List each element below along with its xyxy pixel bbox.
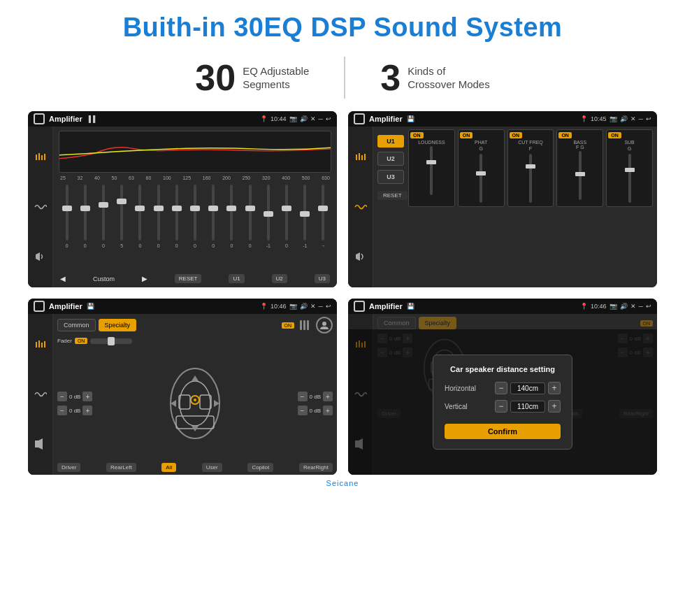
freq-320: 320 bbox=[262, 176, 271, 180]
eq-slider-4[interactable]: 5 bbox=[114, 183, 130, 248]
wave-icon-2[interactable] bbox=[352, 200, 369, 214]
dialog-title: Car speaker distance setting bbox=[445, 365, 561, 373]
fader-track[interactable] bbox=[90, 338, 132, 344]
horizontal-control: − 140cm + bbox=[495, 382, 561, 394]
eq-slider-12[interactable]: -1 bbox=[260, 183, 276, 248]
rearleft-btn[interactable]: RearLeft bbox=[106, 463, 136, 472]
tab-specialty-3[interactable]: Specialty bbox=[99, 319, 137, 331]
amp-main-2: U1 U2 U3 RESET ON LOUDNESS ON P bbox=[373, 127, 657, 287]
freq-250: 250 bbox=[243, 176, 251, 180]
freq-100: 100 bbox=[163, 176, 171, 180]
u3-btn-1[interactable]: U3 bbox=[315, 274, 330, 283]
fader-row: Fader ON bbox=[57, 338, 333, 344]
eq-slider-8[interactable]: 0 bbox=[187, 183, 203, 248]
status-bar-right-3: 📍 10:46 📷 🔊 ✕ ─ ↩ bbox=[260, 303, 331, 310]
next-icon[interactable]: ▶ bbox=[142, 275, 147, 282]
svg-marker-15 bbox=[38, 438, 43, 450]
eq-slider-9[interactable]: 0 bbox=[206, 183, 222, 248]
vertical-plus-btn[interactable]: + bbox=[548, 400, 561, 413]
eq-slider-10[interactable]: 0 bbox=[224, 183, 240, 248]
eq-slider-6[interactable]: 0 bbox=[150, 183, 166, 248]
fader-label: Fader bbox=[57, 338, 72, 344]
status-bar-left-1: Amplifier ▐▐ bbox=[34, 113, 95, 124]
all-btn[interactable]: All bbox=[161, 463, 176, 472]
eq-slider-2[interactable]: 0 bbox=[77, 183, 93, 248]
user-icon-3[interactable] bbox=[316, 317, 333, 334]
wave-icon-1[interactable] bbox=[32, 200, 49, 214]
home-icon-4[interactable] bbox=[354, 301, 365, 312]
eq-slider-14[interactable]: -1 bbox=[297, 183, 313, 248]
u1-btn-1[interactable]: U1 bbox=[229, 274, 244, 283]
vertical-minus-btn[interactable]: − bbox=[495, 400, 507, 413]
screen-content-1: 25 32 40 50 63 80 100 125 160 200 250 32… bbox=[28, 127, 337, 287]
db-control-tl: − 0 dB + bbox=[57, 392, 92, 401]
eq-slider-3[interactable]: 0 bbox=[95, 183, 111, 248]
user-btn[interactable]: User bbox=[202, 463, 222, 472]
db-plus-tl[interactable]: + bbox=[82, 392, 92, 401]
db-plus-br[interactable]: + bbox=[323, 406, 333, 415]
home-icon-1[interactable] bbox=[34, 113, 45, 124]
svg-point-20 bbox=[194, 399, 196, 401]
eq-icon-2[interactable] bbox=[352, 150, 369, 164]
confirm-button[interactable]: Confirm bbox=[445, 424, 561, 439]
preset-u1[interactable]: U1 bbox=[377, 135, 404, 148]
save-icon-2: 💾 bbox=[407, 115, 414, 122]
speaker-icon-3[interactable] bbox=[32, 437, 49, 451]
svg-rect-10 bbox=[36, 342, 37, 348]
eq-icon-1[interactable] bbox=[32, 150, 49, 164]
preset-u2[interactable]: U2 bbox=[377, 152, 404, 166]
freq-32: 32 bbox=[78, 176, 83, 180]
db-plus-tr[interactable]: + bbox=[323, 392, 333, 401]
freq-200: 200 bbox=[222, 176, 231, 180]
eq-slider-13[interactable]: 0 bbox=[278, 183, 294, 248]
eq-slider-5[interactable]: 0 bbox=[132, 183, 148, 248]
reset-btn-1[interactable]: RESET bbox=[175, 274, 202, 283]
camera-icon-3: 📷 bbox=[289, 303, 297, 310]
time-1: 10:44 bbox=[271, 115, 287, 122]
location-icon-3: 📍 bbox=[260, 303, 268, 310]
db-val-br: 0 dB bbox=[310, 408, 321, 414]
screen-speaker: Amplifier 💾 📍 10:46 📷 🔊 ✕ ─ ↩ bbox=[28, 299, 337, 475]
eq-slider-1[interactable]: 0 bbox=[59, 183, 75, 248]
driver-btn[interactable]: Driver bbox=[57, 463, 80, 472]
eq-slider-15[interactable]: → bbox=[315, 183, 331, 248]
horizontal-value: 140cm bbox=[510, 382, 545, 394]
reset-btn-2[interactable]: RESET bbox=[377, 191, 408, 200]
rearright-btn[interactable]: RearRight bbox=[299, 463, 333, 472]
svg-rect-12 bbox=[41, 343, 43, 348]
preset-u3[interactable]: U3 bbox=[377, 170, 404, 184]
screen-content-4: Common Specialty ON − 0 dB + − 0 dB bbox=[348, 314, 657, 475]
eq-slider-7[interactable]: 0 bbox=[168, 183, 185, 248]
u2-btn-1[interactable]: U2 bbox=[272, 274, 287, 283]
horizontal-minus-btn[interactable]: − bbox=[495, 382, 507, 394]
db-minus-tl[interactable]: − bbox=[57, 392, 67, 401]
dialog-horizontal-row: Horizontal − 140cm + bbox=[445, 382, 561, 394]
prev-icon[interactable]: ◀ bbox=[60, 275, 66, 282]
db-plus-bl[interactable]: + bbox=[82, 406, 92, 415]
svg-marker-26 bbox=[171, 400, 176, 407]
svg-rect-8 bbox=[364, 154, 366, 160]
amp-sub: ON SUB G bbox=[606, 129, 653, 207]
svg-marker-27 bbox=[214, 400, 219, 407]
screen-amp: Amplifier 💾 📍 10:45 📷 🔊 ✕ ─ ↩ bbox=[348, 111, 657, 287]
time-3: 10:46 bbox=[271, 303, 287, 310]
db-minus-br[interactable]: − bbox=[298, 406, 308, 415]
amp-presets: U1 U2 U3 RESET bbox=[377, 135, 404, 285]
status-bar-4: Amplifier 💾 📍 10:46 📷 🔊 ✕ ─ ↩ bbox=[348, 299, 657, 314]
eq-icon-3[interactable] bbox=[32, 338, 49, 352]
tab-common-3[interactable]: Common bbox=[57, 319, 96, 331]
eq-slider-11[interactable]: 0 bbox=[242, 183, 258, 248]
home-icon-2[interactable] bbox=[354, 113, 365, 124]
vol-down-icon-1[interactable] bbox=[32, 250, 49, 264]
copilot-btn[interactable]: Copilot bbox=[247, 463, 273, 472]
home-icon-3[interactable] bbox=[34, 301, 45, 312]
db-minus-bl[interactable]: − bbox=[57, 406, 67, 415]
horizontal-label: Horizontal bbox=[445, 385, 490, 392]
vol-icon-2[interactable] bbox=[352, 250, 369, 264]
db-minus-tr[interactable]: − bbox=[298, 392, 308, 401]
freq-25: 25 bbox=[60, 176, 66, 180]
min-icon-3: ─ bbox=[319, 303, 323, 310]
eq-main-1: 25 32 40 50 63 80 100 125 160 200 250 32… bbox=[53, 127, 337, 287]
wave-icon-3[interactable] bbox=[32, 387, 49, 401]
horizontal-plus-btn[interactable]: + bbox=[548, 382, 561, 394]
